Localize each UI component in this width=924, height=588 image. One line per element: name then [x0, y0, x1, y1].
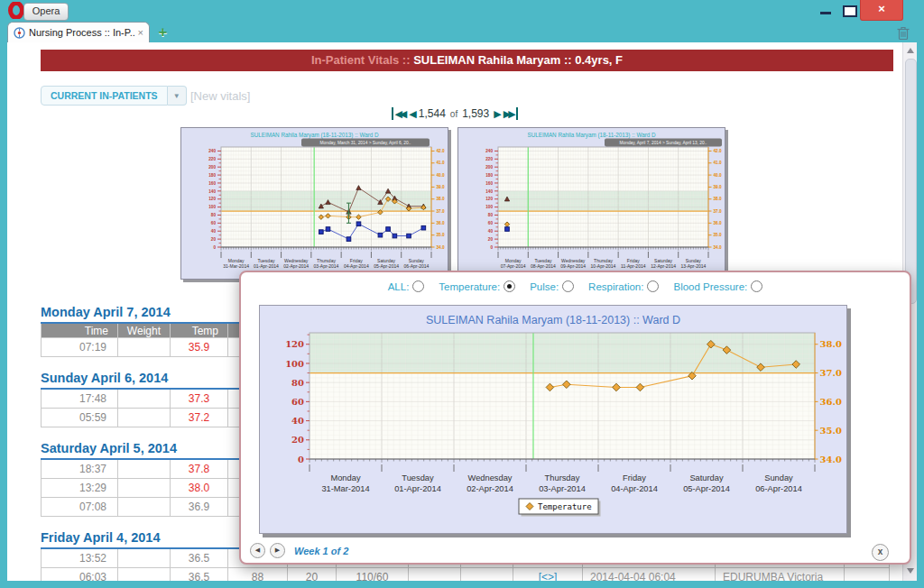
next-record-icon[interactable]: ▶ — [494, 107, 498, 120]
radio-item-temperature[interactable]: Temperature: — [439, 280, 515, 292]
svg-text:37.0: 37.0 — [714, 209, 723, 214]
current-inpatients-label[interactable]: CURRENT IN-PATIENTS — [41, 86, 168, 106]
radio-label[interactable]: Blood Pressure: — [673, 281, 747, 292]
svg-text:Tuesday: Tuesday — [402, 473, 434, 482]
first-record-icon[interactable]: ◀◀ — [392, 107, 404, 120]
svg-text:SULEIMAN Rahila Maryam (18-11-: SULEIMAN Rahila Maryam (18-11-2013) :: W… — [527, 132, 656, 139]
week2-overview-svg: 02040608010012014016018020022024042.041.… — [458, 128, 725, 279]
svg-text:220: 220 — [208, 157, 216, 161]
cell-temp: 36.5 — [171, 568, 228, 582]
opera-menu-button[interactable]: Opera — [23, 3, 69, 21]
radio-button[interactable] — [751, 280, 762, 292]
cell-pulse: 88 — [228, 568, 288, 582]
svg-text:40: 40 — [291, 416, 304, 426]
cell-resp: 20 — [288, 568, 337, 582]
radio-button[interactable] — [647, 280, 659, 292]
svg-text:80: 80 — [291, 378, 304, 388]
svg-text:100: 100 — [208, 205, 216, 209]
svg-text:41.0: 41.0 — [714, 161, 723, 165]
svg-text:41.0: 41.0 — [437, 161, 446, 165]
scroll-down-icon[interactable] — [907, 568, 914, 574]
current-inpatients-button[interactable]: CURRENT IN-PATIENTS ▼ — [41, 86, 187, 106]
minimize-button[interactable] — [817, 5, 836, 17]
svg-text:100: 100 — [485, 205, 493, 209]
svg-text:80: 80 — [488, 213, 494, 217]
trash-icon[interactable] — [896, 25, 910, 41]
svg-text:Monday, April 7, 2014 > Sunday: Monday, April 7, 2014 > Sunday, April 13… — [620, 141, 707, 145]
previous-week-button[interactable]: ◀ — [250, 543, 265, 558]
svg-text:Temperature: Temperature — [538, 502, 592, 511]
week2-overview-chart[interactable]: 02040608010012014016018020022024042.041.… — [457, 127, 725, 280]
radio-label[interactable]: ALL: — [388, 281, 410, 292]
svg-text:02-Apr-2014: 02-Apr-2014 — [467, 484, 513, 493]
week1-overview-svg: 02040608010012014016018020022024042.041.… — [181, 128, 448, 279]
svg-text:140: 140 — [485, 189, 493, 194]
table-row: 06:0336.58820110/60[<>]2014-04-04 06:04E… — [42, 568, 890, 582]
cell-by: EDURUMBA Victoria — [716, 568, 845, 582]
modal-close-button[interactable]: x — [872, 544, 889, 561]
new-tab-button[interactable]: + — [155, 25, 171, 40]
chevron-down-icon[interactable]: ▼ — [168, 86, 187, 106]
vitals-chart-modal: ALL:Temperature:Pulse:Respiration:Blood … — [239, 271, 911, 565]
svg-text:10-Apr-2014: 10-Apr-2014 — [591, 263, 616, 269]
close-window-button[interactable]: × — [860, 0, 903, 21]
radio-item-all[interactable]: ALL: — [388, 280, 425, 292]
tab-nursing-process[interactable]: Nursing Process :: In-P... × — [7, 22, 150, 42]
record-pagination: ◀◀ ◀ 1,544 of 1,593 ▶ ▶▶ — [7, 107, 902, 120]
radio-button[interactable] — [412, 280, 424, 292]
cell-weight — [118, 479, 171, 498]
cell-weight — [118, 460, 171, 479]
svg-text:SULEIMAN Rahila Maryam (18-11-: SULEIMAN Rahila Maryam (18-11-2013) :: W… — [426, 314, 680, 326]
svg-text:36.0: 36.0 — [714, 221, 723, 225]
svg-text:39.0: 39.0 — [437, 185, 446, 189]
svg-text:38.0: 38.0 — [820, 339, 842, 349]
cell-time: 06:03 — [42, 568, 118, 582]
tab-close-icon[interactable]: × — [138, 27, 143, 38]
svg-text:04-Apr-2014: 04-Apr-2014 — [344, 263, 369, 269]
cell-temp: 37.8 — [171, 460, 228, 479]
radio-label[interactable]: Temperature: — [439, 281, 500, 292]
cell-link[interactable]: [<>] — [513, 568, 583, 582]
week1-overview-chart[interactable]: 02040608010012014016018020022024042.041.… — [180, 127, 448, 280]
next-week-button[interactable]: ▶ — [270, 543, 285, 558]
column-header: Weight — [118, 324, 171, 338]
scroll-up-icon[interactable] — [907, 48, 914, 53]
maximize-button[interactable] — [840, 5, 860, 17]
svg-text:Wednesday: Wednesday — [468, 473, 513, 482]
svg-text:180: 180 — [485, 173, 493, 178]
radio-item-bloodpressure[interactable]: Blood Pressure: — [673, 280, 762, 292]
cell-temp: 38.0 — [171, 479, 228, 498]
radio-label[interactable]: Respiration: — [588, 281, 643, 292]
svg-text:34.0: 34.0 — [437, 245, 446, 250]
svg-text:12-Apr-2014: 12-Apr-2014 — [651, 263, 676, 269]
svg-text:13-Apr-2014: 13-Apr-2014 — [680, 263, 706, 269]
temperature-detail-chart: 02040608010012038.037.036.035.034.0Monda… — [259, 305, 847, 534]
cell-c8 — [461, 568, 513, 582]
svg-text:01-Apr-2014: 01-Apr-2014 — [394, 484, 441, 493]
cell-temp: 35.9 — [171, 338, 228, 357]
cell-time: 18:37 — [42, 460, 118, 479]
svg-text:120: 120 — [285, 339, 304, 349]
svg-text:240: 240 — [208, 149, 216, 153]
new-vitals-link[interactable]: [New vitals] — [190, 89, 250, 103]
last-record-icon[interactable]: ▶▶ — [504, 107, 518, 120]
svg-text:0: 0 — [298, 455, 304, 464]
radio-item-respiration[interactable]: Respiration: — [588, 280, 659, 292]
svg-text:36.0: 36.0 — [820, 397, 842, 407]
cell-tail — [845, 568, 890, 582]
svg-text:20: 20 — [211, 237, 217, 242]
radio-item-pulse[interactable]: Pulse: — [530, 280, 574, 292]
radio-button[interactable] — [562, 280, 574, 292]
column-header: Temp — [171, 324, 228, 338]
previous-record-icon[interactable]: ◀ — [409, 107, 413, 120]
svg-text:Monday, March 31, 2014 > Sunda: Monday, March 31, 2014 > Sunday, April 6… — [320, 141, 411, 145]
page-content: In-Patient Vitals :: SULEIMAN Rahila Mar… — [7, 42, 917, 581]
svg-text:06-Apr-2014: 06-Apr-2014 — [755, 484, 802, 493]
browser-window: Opera × Nursing Process :: In-P... × + I… — [0, 0, 924, 588]
radio-label[interactable]: Pulse: — [530, 281, 559, 292]
svg-text:31-Mar-2014: 31-Mar-2014 — [223, 263, 249, 269]
svg-text:31-Mar-2014: 31-Mar-2014 — [321, 484, 369, 493]
cell-temp: 37.2 — [171, 409, 228, 427]
radio-button[interactable] — [504, 280, 515, 292]
scrollbar-thumb[interactable] — [905, 59, 917, 304]
